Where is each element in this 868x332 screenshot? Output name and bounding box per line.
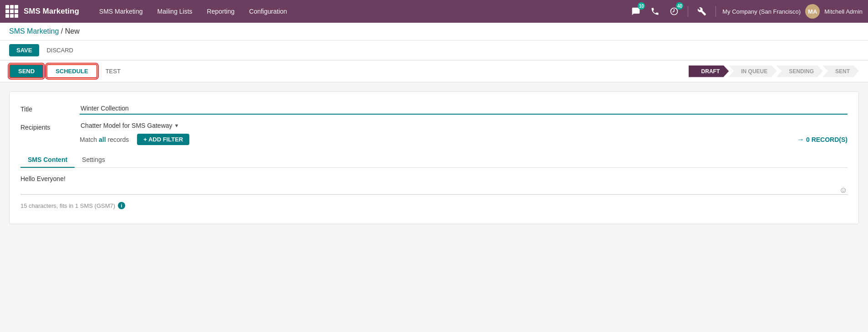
- title-field: [80, 103, 848, 115]
- sms-body[interactable]: Hello Everyone!: [20, 175, 848, 189]
- sms-content-area: Hello Everyone! ☺ 15 characters, fits in…: [20, 168, 848, 213]
- info-icon[interactable]: i: [118, 202, 125, 209]
- activity-icon-btn[interactable]: 40: [667, 4, 681, 19]
- recipients-row: Recipients Chatter Model for SMS Gateway…: [20, 121, 848, 145]
- records-arrow: →: [797, 136, 804, 144]
- emoji-button[interactable]: ☺: [839, 186, 848, 195]
- activity-badge: 40: [676, 2, 683, 10]
- status-pipeline: DRAFT IN QUEUE SENDING SENT: [689, 65, 859, 77]
- tab-sms-content[interactable]: SMS Content: [20, 152, 75, 168]
- nav-reporting[interactable]: Reporting: [201, 5, 241, 18]
- recipients-controls: Chatter Model for SMS Gateway ▼: [80, 121, 848, 130]
- user-name: Mitchell Admin: [824, 8, 863, 15]
- top-menu: SMS Marketing Mailing Lists Reporting Co…: [93, 5, 629, 18]
- records-link[interactable]: → 0 RECORD(S): [797, 136, 848, 144]
- match-text: Match all records: [80, 136, 129, 143]
- app-grid-icon[interactable]: [5, 5, 18, 18]
- match-prefix: Match: [80, 136, 97, 143]
- toolbar: SAVE DISCARD: [0, 40, 868, 60]
- topnav-right: 10 40 My Company (San Francisco) MA Mitc…: [629, 4, 863, 19]
- title-label: Title: [20, 103, 80, 113]
- breadcrumb-parent[interactable]: SMS Marketing: [9, 27, 59, 35]
- main-content: Title Recipients Chatter Model for SMS G…: [0, 82, 868, 233]
- action-bar: SEND SCHEDULE TEST DRAFT IN QUEUE SENDIN…: [0, 60, 868, 82]
- recipients-dropdown[interactable]: Chatter Model for SMS Gateway ▼: [80, 121, 180, 130]
- nav-configuration[interactable]: Configuration: [243, 5, 293, 18]
- chat-icon-btn[interactable]: 10: [629, 4, 643, 19]
- pipeline-sent[interactable]: SENT: [822, 65, 859, 77]
- pipeline-in-queue[interactable]: IN QUEUE: [728, 65, 777, 77]
- phone-icon-btn[interactable]: [648, 4, 662, 19]
- chat-badge: 10: [638, 2, 645, 10]
- char-count-text: 15 characters, fits in 1 SMS (GSM7): [20, 202, 115, 209]
- wrench-icon-btn[interactable]: [695, 4, 709, 19]
- title-input[interactable]: [80, 103, 848, 115]
- test-button[interactable]: TEST: [100, 65, 126, 77]
- match-highlight: all: [99, 136, 106, 143]
- recipients-value: Chatter Model for SMS Gateway: [81, 122, 173, 129]
- breadcrumb-current: New: [65, 27, 80, 35]
- recipients-label: Recipients: [20, 121, 80, 131]
- send-button[interactable]: SEND: [9, 64, 44, 78]
- sms-divider: [20, 194, 848, 195]
- recipients-field: Chatter Model for SMS Gateway ▼ Match al…: [80, 121, 848, 145]
- content-tabs: SMS Content Settings: [20, 152, 848, 168]
- breadcrumb: SMS Marketing / New: [9, 27, 859, 35]
- discard-button[interactable]: DISCARD: [43, 44, 77, 56]
- save-button[interactable]: SAVE: [9, 44, 39, 56]
- company-name: My Company (San Francisco): [722, 8, 801, 15]
- brand-title: SMS Marketing: [24, 7, 79, 16]
- dropdown-arrow: ▼: [174, 123, 179, 128]
- add-filter-button[interactable]: + ADD FILTER: [137, 134, 189, 145]
- nav-mailing-lists[interactable]: Mailing Lists: [151, 5, 199, 18]
- char-count: 15 characters, fits in 1 SMS (GSM7) i: [20, 202, 848, 209]
- user-avatar[interactable]: MA: [805, 4, 820, 19]
- pipeline-draft[interactable]: DRAFT: [689, 65, 729, 77]
- match-suffix: records: [107, 136, 129, 143]
- nav-sms-marketing[interactable]: SMS Marketing: [93, 5, 149, 18]
- pipeline-sending[interactable]: SENDING: [776, 65, 823, 77]
- schedule-button[interactable]: SCHEDULE: [46, 64, 97, 78]
- form-card: Title Recipients Chatter Model for SMS G…: [9, 91, 859, 224]
- filter-row: Match all records + ADD FILTER → 0 RECOR…: [80, 134, 848, 145]
- records-count: 0 RECORD(S): [806, 136, 848, 143]
- top-navigation: SMS Marketing SMS Marketing Mailing List…: [0, 0, 868, 23]
- title-row: Title: [20, 103, 848, 115]
- tab-settings[interactable]: Settings: [75, 152, 112, 168]
- breadcrumb-bar: SMS Marketing / New: [0, 23, 868, 40]
